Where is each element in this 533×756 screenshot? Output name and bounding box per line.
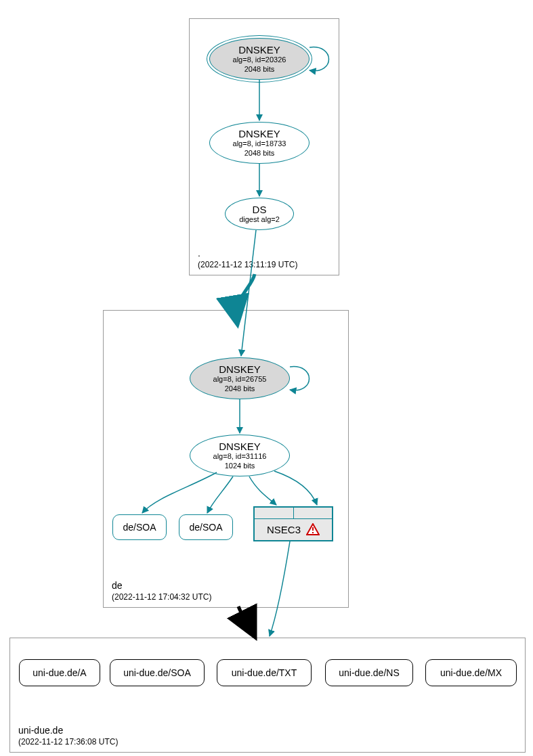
de-soa1-label: de/SOA	[123, 522, 156, 533]
uni-mx-node: uni-due.de/MX	[425, 659, 517, 686]
zone-root-label: . (2022-11-12 13:11:19 UTC)	[198, 248, 297, 269]
uni-txt-label: uni-due.de/TXT	[232, 667, 297, 678]
de-zsk-line2: 1024 bits	[225, 462, 255, 470]
de-soa2-node: de/SOA	[179, 514, 233, 540]
root-ds-node: DS digest alg=2	[225, 198, 294, 230]
zone-de-timestamp: (2022-11-12 17:04:32 UTC)	[112, 592, 211, 602]
uni-a-node: uni-due.de/A	[19, 659, 100, 686]
root-ksk-title: DNSKEY	[238, 44, 280, 55]
de-nsec3-label: NSEC3	[267, 524, 301, 535]
uni-mx-label: uni-due.de/MX	[440, 667, 502, 678]
zone-uni-timestamp: (2022-11-12 17:36:08 UTC)	[18, 737, 118, 747]
de-zsk-title: DNSKEY	[219, 441, 261, 452]
zone-uni-due: uni-due.de (2022-11-12 17:36:08 UTC)	[9, 638, 526, 753]
uni-a-label: uni-due.de/A	[33, 667, 86, 678]
de-soa2-label: de/SOA	[189, 522, 222, 533]
root-zsk-line2: 2048 bits	[244, 149, 275, 158]
zone-uni-name: uni-due.de	[18, 725, 63, 736]
uni-ns-label: uni-due.de/NS	[339, 667, 400, 678]
de-ksk-node: DNSKEY alg=8, id=26755 2048 bits	[190, 357, 290, 399]
de-soa1-node: de/SOA	[112, 514, 167, 540]
root-ds-title: DS	[253, 204, 267, 215]
zone-uni-label: uni-due.de (2022-11-12 17:36:08 UTC)	[18, 725, 118, 747]
root-zsk-line1: alg=8, id=18733	[233, 139, 286, 148]
svg-rect-1	[312, 527, 314, 531]
warning-icon	[306, 523, 320, 535]
svg-rect-2	[312, 532, 314, 533]
root-ksk-line1: alg=8, id=20326	[233, 55, 286, 64]
de-zsk-line1: alg=8, id=31116	[213, 452, 267, 461]
zone-de-label: de (2022-11-12 17:04:32 UTC)	[112, 580, 211, 602]
zone-root-name: .	[198, 248, 200, 259]
de-nsec3-node: NSEC3	[253, 506, 333, 541]
de-ksk-line1: alg=8, id=26755	[213, 375, 267, 384]
root-ds-line1: digest alg=2	[239, 215, 280, 224]
nsec3-tab-row	[255, 508, 332, 519]
root-ksk-line2: 2048 bits	[244, 65, 275, 74]
zone-root-timestamp: (2022-11-12 13:11:19 UTC)	[198, 260, 297, 269]
uni-soa-label: uni-due.de/SOA	[123, 667, 191, 678]
uni-txt-node: uni-due.de/TXT	[217, 659, 312, 686]
zone-de-name: de	[112, 580, 123, 591]
root-zsk-title: DNSKEY	[238, 128, 280, 139]
de-ksk-title: DNSKEY	[219, 363, 261, 375]
uni-ns-node: uni-due.de/NS	[325, 659, 413, 686]
root-ksk-node: DNSKEY alg=8, id=20326 2048 bits	[209, 38, 310, 80]
de-zsk-node: DNSKEY alg=8, id=31116 1024 bits	[190, 435, 290, 476]
uni-soa-node: uni-due.de/SOA	[110, 659, 205, 686]
root-zsk-node: DNSKEY alg=8, id=18733 2048 bits	[209, 122, 310, 164]
de-ksk-line2: 2048 bits	[225, 384, 255, 393]
